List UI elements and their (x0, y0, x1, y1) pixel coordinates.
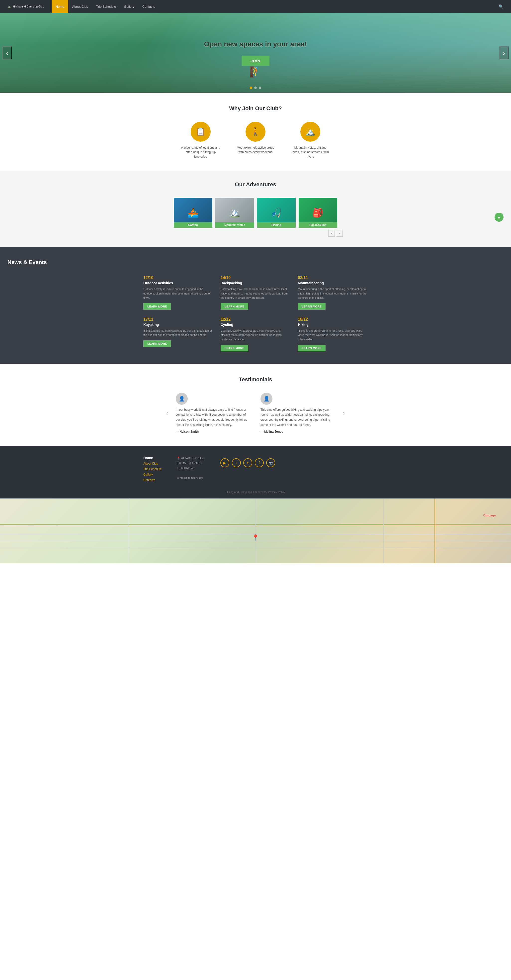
adventures-grid: 🚣 Rafting 🏔️ Mountain vistas 🎣 Fishing 🎒… (168, 198, 343, 228)
map-city-label: Chicago (483, 514, 496, 517)
footer-link-contacts[interactable]: Contacts (143, 478, 162, 482)
social-youtube-icon[interactable]: ▶ (221, 458, 229, 467)
hero-dot-3[interactable] (259, 86, 261, 89)
nav-link-home[interactable]: Home (52, 0, 68, 13)
adventure-label-1: Mountain vistas (215, 222, 254, 228)
logo-icon: ⛰️ (8, 5, 11, 8)
news-grid: 12/10 Outdoor activities Outdoor activit… (143, 275, 368, 352)
testimonial-card-0: 👤 In our busy world it isn't always easy… (176, 393, 251, 434)
nav-link-trip-schedule[interactable]: Trip Schedule (92, 0, 120, 13)
testimonials-prev-button[interactable]: ‹ (164, 407, 171, 419)
news-date-0: 12/10 (143, 275, 213, 280)
news-date-5: 18/12 (298, 317, 368, 322)
adventure-item-1[interactable]: 🏔️ Mountain vistas (215, 198, 254, 228)
footer-social: ▶ t ✦ f 📷 (221, 456, 275, 482)
learn-more-button-0[interactable]: LEARN MORE (143, 303, 171, 310)
map-road-v4 (435, 498, 435, 563)
news-title: News & Events (8, 259, 503, 266)
testimonial-avatar-0: 👤 (176, 393, 188, 405)
social-twitter-icon[interactable]: ✦ (243, 458, 252, 467)
site-logo: ⛰️ Hiking and Camping Club (8, 5, 44, 8)
why-join-cards: 📋 A wide range of locations and often un… (5, 122, 506, 159)
navbar: ⛰️ Hiking and Camping Club HomeAbout Clu… (0, 0, 511, 13)
footer-link-gallery[interactable]: Gallery (143, 473, 162, 476)
adventures-next-button[interactable]: › (336, 230, 343, 237)
testimonials-section: Testimonials ‹ 👤 In our busy world it is… (0, 364, 511, 446)
testimonial-text-0: In our busy world it isn't always easy t… (176, 407, 251, 428)
adventures-prev-button[interactable]: ‹ (328, 230, 335, 237)
news-item-0: 12/10 Outdoor activities Outdoor activit… (143, 275, 213, 310)
footer-inner: HomeAbout ClubTrip ScheduleGalleryContac… (143, 456, 368, 482)
adventure-item-0[interactable]: 🚣 Rafting (174, 198, 213, 228)
nav-link-gallery[interactable]: Gallery (120, 0, 138, 13)
adventures-wrapper: 🚣 Rafting 🏔️ Mountain vistas 🎣 Fishing 🎒… (5, 198, 506, 237)
scroll-top-button[interactable]: ▲ (495, 213, 503, 222)
news-item-1: 14/10 Backpacking Backpacking may includ… (221, 275, 290, 310)
learn-more-button-5[interactable]: LEARN MORE (298, 345, 325, 352)
news-date-3: 17/11 (143, 317, 213, 322)
footer-link-trip-schedule[interactable]: Trip Schedule (143, 467, 162, 471)
hero-prev-button[interactable]: ‹ (3, 46, 12, 59)
testimonial-author-1: — Melina Jones (260, 430, 335, 433)
news-section: News & Events 12/10 Outdoor activities O… (0, 247, 511, 364)
hero-section: Open new spaces in your area! 🧗 JOIN ‹ › (0, 13, 511, 93)
why-card-0: 📋 A wide range of locations and often un… (181, 122, 221, 159)
why-card-text-2: Mountain vistas, pristine lakes, rushing… (290, 145, 330, 159)
hero-figure-icon: 🧗 (249, 66, 262, 78)
adventure-item-2[interactable]: 🎣 Fishing (257, 198, 296, 228)
news-text-4: Cycling is widely regarded as a very eff… (221, 329, 290, 342)
learn-more-button-3[interactable]: LEARN MORE (143, 340, 171, 347)
adventures-section: Our Adventures 🚣 Rafting 🏔️ Mountain vis… (0, 171, 511, 247)
testimonials-title: Testimonials (8, 376, 503, 383)
email-icon: ✉ (177, 476, 179, 479)
news-date-2: 03/11 (298, 275, 368, 280)
news-text-2: Mountaineering is the sport of attaining… (298, 287, 368, 300)
testimonials-inner: ‹ 👤 In our busy world it isn't always ea… (143, 393, 368, 434)
footer-contact: 📍 28 JACKSON BLVDSTE 15 I, CHICAGOIL 606… (177, 456, 205, 482)
news-item-2: 03/11 Mountaineering Mountaineering is t… (298, 275, 368, 310)
footer-links: HomeAbout ClubTrip ScheduleGalleryContac… (143, 456, 162, 482)
footer-link-home[interactable]: Home (143, 456, 162, 460)
learn-more-button-4[interactable]: LEARN MORE (221, 345, 248, 352)
learn-more-button-2[interactable]: LEARN MORE (298, 303, 325, 310)
address-icon: 📍 (177, 457, 180, 460)
news-title-4: Cycling (221, 323, 290, 327)
hero-next-button[interactable]: › (499, 46, 508, 59)
join-button[interactable]: JOIN (241, 56, 269, 66)
learn-more-button-1[interactable]: LEARN MORE (221, 303, 248, 310)
news-item-3: 17/11 Kayaking It is distinguished from … (143, 317, 213, 352)
footer-email: mail@demolink.org (180, 476, 203, 479)
map-road-v2 (256, 498, 256, 563)
hero-dot-1[interactable] (250, 86, 252, 89)
social-icons-container: ▶ t ✦ f 📷 (221, 458, 275, 467)
adventure-label-3: Backpacking (298, 222, 337, 228)
adventure-label-0: Rafting (174, 222, 213, 228)
search-icon[interactable]: 🔍 (498, 4, 503, 9)
map-road-v1 (128, 498, 129, 563)
news-text-3: It is distinguished from canoeing by the… (143, 329, 213, 337)
nav-link-contacts[interactable]: Contacts (138, 0, 159, 13)
news-title-3: Kayaking (143, 323, 213, 327)
news-title-5: Hiking (298, 323, 368, 327)
map-background (0, 498, 511, 563)
hero-dot-2[interactable] (254, 86, 257, 89)
news-item-4: 12/12 Cycling Cycling is widely regarded… (221, 317, 290, 352)
social-tumblr-icon[interactable]: t (232, 458, 241, 467)
nav-links: HomeAbout ClubTrip ScheduleGalleryContac… (52, 0, 498, 13)
adventures-title: Our Adventures (5, 181, 506, 188)
social-instagram-icon[interactable]: 📷 (266, 458, 275, 467)
testimonials-cards: 👤 In our busy world it isn't always easy… (176, 393, 335, 434)
why-join-section: Why Join Our Club? 📋 A wide range of loc… (0, 93, 511, 171)
map-road-v3 (383, 498, 384, 563)
why-join-title: Why Join Our Club? (5, 105, 506, 112)
social-facebook-icon[interactable]: f (255, 458, 264, 467)
adventure-item-3[interactable]: 🎒 Backpacking (298, 198, 337, 228)
why-icon-2: 🏔️ (300, 122, 320, 142)
footer-link-about-club[interactable]: About Club (143, 462, 162, 465)
news-text-1: Backpacking may include wilderness adven… (221, 287, 290, 300)
nav-link-about-club[interactable]: About Club (68, 0, 92, 13)
news-title-2: Mountaineering (298, 281, 368, 285)
news-item-5: 18/12 Hiking Hiking is the preferred ter… (298, 317, 368, 352)
why-card-text-1: Meet extremely active group with hikes e… (236, 145, 275, 154)
testimonials-next-button[interactable]: › (340, 407, 347, 419)
